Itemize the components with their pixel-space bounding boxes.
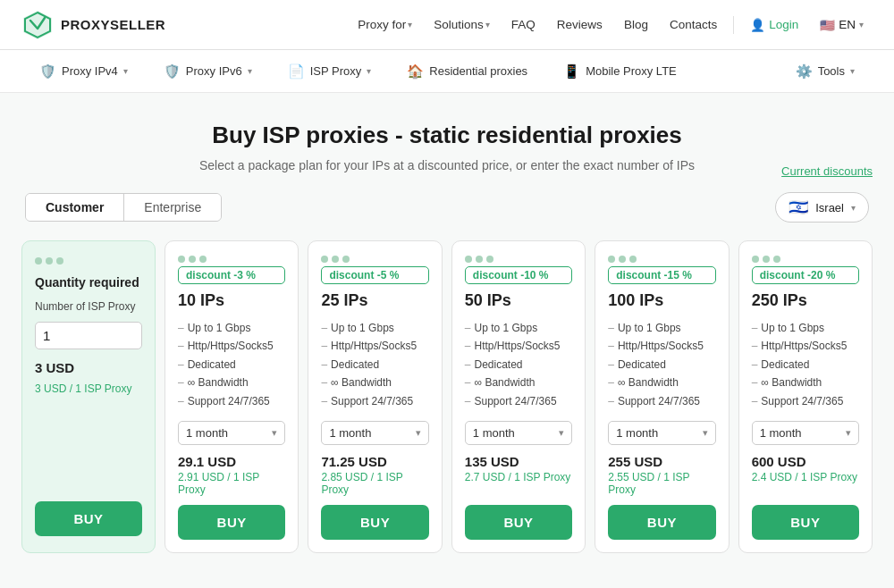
tabs-row: Customer Enterprise 🇮🇱 Israel ▾ xyxy=(21,192,873,223)
country-selector[interactable]: 🇮🇱 Israel ▾ xyxy=(775,192,869,223)
chevron-down-icon: ▾ xyxy=(703,427,708,439)
feature-item: ∞ Bandwidth xyxy=(178,374,285,391)
header: PROXYSELLER Proxy for ▾ Solutions ▾ FAQ … xyxy=(0,0,894,50)
package-card-4: discount -20 % 250 IPs Up to 1 GbpsHttp/… xyxy=(738,240,873,553)
subnav-residential[interactable]: 🏠 Residential proxies xyxy=(389,50,545,92)
current-discounts-link[interactable]: Current discounts xyxy=(781,164,873,178)
nav-solutions[interactable]: Solutions ▾ xyxy=(425,11,499,38)
header-nav: Proxy for ▾ Solutions ▾ FAQ Reviews Blog… xyxy=(349,11,873,39)
document-icon: 📄 xyxy=(288,63,305,80)
package-ips: 25 IPs xyxy=(321,291,428,310)
feature-item: Dedicated xyxy=(321,356,428,374)
package-per-price: 2.85 USD / 1 ISP Proxy xyxy=(321,471,428,496)
discount-badge: discount -5 % xyxy=(321,266,428,284)
subnav-proxy-ipv6[interactable]: 🛡️ Proxy IPv6 ▾ xyxy=(146,50,270,92)
main-content: Buy ISP proxies - static residential pro… xyxy=(0,93,894,588)
chevron-down-icon: ▾ xyxy=(248,66,252,76)
nav-language[interactable]: 🇺🇸 EN ▾ xyxy=(811,13,873,38)
card-dots xyxy=(752,256,859,263)
feature-item: Http/Https/Socks5 xyxy=(752,337,859,355)
period-label: 1 month xyxy=(473,426,515,440)
nav-contacts[interactable]: Contacts xyxy=(661,11,726,38)
discount-badge: discount -10 % xyxy=(465,266,572,284)
chevron-down-icon: ▾ xyxy=(485,20,490,29)
quantity-card: Quantity required Number of ISP Proxy 3 … xyxy=(21,240,156,553)
package-ips: 10 IPs xyxy=(178,291,285,310)
period-selector[interactable]: 1 month ▾ xyxy=(608,421,715,445)
quantity-label: Quantity required xyxy=(35,275,142,290)
period-label: 1 month xyxy=(616,426,658,440)
package-total: 71.25 USD xyxy=(321,454,428,469)
subnav-proxy-ipv4[interactable]: 🛡️ Proxy IPv4 ▾ xyxy=(21,50,146,92)
chevron-down-icon: ▾ xyxy=(123,66,128,76)
feature-item: Up to 1 Gbps xyxy=(608,319,715,337)
package-cards: discount -3 % 10 IPs Up to 1 GbpsHttp/Ht… xyxy=(164,240,873,553)
package-buy-button[interactable]: BUY xyxy=(178,505,285,540)
period-selector[interactable]: 1 month ▾ xyxy=(465,421,572,445)
subnav-mobile-lte[interactable]: 📱 Mobile Proxy LTE xyxy=(545,50,695,92)
period-selector[interactable]: 1 month ▾ xyxy=(752,421,859,445)
package-per-price: 2.7 USD / 1 ISP Proxy xyxy=(465,471,572,483)
page-subtitle: Select a package plan for your IPs at a … xyxy=(199,158,695,172)
chevron-down-icon: ▾ xyxy=(416,427,421,439)
tools-icon: ⚙️ xyxy=(796,63,813,80)
feature-item: Http/Https/Socks5 xyxy=(608,337,715,355)
subnav-isp-proxy[interactable]: 📄 ISP Proxy ▾ xyxy=(270,50,390,92)
logo[interactable]: PROXYSELLER xyxy=(21,9,165,41)
feature-item: Dedicated xyxy=(178,356,285,374)
package-buy-button[interactable]: BUY xyxy=(465,505,572,540)
chevron-down-icon: ▾ xyxy=(850,66,855,76)
country-label: Israel xyxy=(815,201,844,214)
period-label: 1 month xyxy=(760,426,802,440)
chevron-down-icon: ▾ xyxy=(859,20,864,29)
cards-row: Quantity required Number of ISP Proxy 3 … xyxy=(21,240,873,553)
logo-icon xyxy=(21,9,54,41)
quantity-price: 3 USD xyxy=(35,360,142,375)
feature-item: Http/Https/Socks5 xyxy=(465,337,572,355)
quantity-sublabel: Number of ISP Proxy xyxy=(35,300,142,313)
quantity-buy-button[interactable]: BUY xyxy=(35,501,142,536)
chevron-down-icon: ▾ xyxy=(408,20,412,29)
package-total: 135 USD xyxy=(465,454,572,469)
nav-blog[interactable]: Blog xyxy=(615,11,657,38)
feature-item: Up to 1 Gbps xyxy=(178,319,285,337)
feature-item: Support 24/7/365 xyxy=(608,392,715,410)
feature-item: Up to 1 Gbps xyxy=(752,319,859,337)
package-buy-button[interactable]: BUY xyxy=(752,505,859,540)
logo-text: PROXYSELLER xyxy=(61,17,165,32)
chevron-down-icon: ▾ xyxy=(846,427,851,439)
tab-enterprise[interactable]: Enterprise xyxy=(124,194,221,221)
package-per-price: 2.91 USD / 1 ISP Proxy xyxy=(178,471,285,496)
feature-item: ∞ Bandwidth xyxy=(321,374,428,391)
feature-item: Http/Https/Socks5 xyxy=(178,337,285,355)
period-label: 1 month xyxy=(186,426,228,440)
nav-proxy-for[interactable]: Proxy for ▾ xyxy=(349,11,421,38)
package-per-price: 2.55 USD / 1 ISP Proxy xyxy=(608,471,715,496)
package-features: Up to 1 GbpsHttp/Https/Socks5Dedicated∞ … xyxy=(608,319,715,410)
shield-icon: 🛡️ xyxy=(39,63,56,80)
feature-item: Up to 1 Gbps xyxy=(321,319,428,337)
card-dots xyxy=(178,256,285,263)
package-card-3: discount -15 % 100 IPs Up to 1 GbpsHttp/… xyxy=(595,240,729,553)
nav-login[interactable]: 👤 Login xyxy=(741,11,807,39)
period-label: 1 month xyxy=(329,426,371,440)
period-selector[interactable]: 1 month ▾ xyxy=(178,421,285,445)
card-dots xyxy=(321,256,428,263)
package-features: Up to 1 GbpsHttp/Https/Socks5Dedicated∞ … xyxy=(321,319,428,410)
subnav-tools[interactable]: ⚙️ Tools ▾ xyxy=(778,50,873,92)
period-selector[interactable]: 1 month ▾ xyxy=(321,421,428,445)
feature-item: Support 24/7/365 xyxy=(178,392,285,410)
package-buy-button[interactable]: BUY xyxy=(321,505,428,540)
dot-1 xyxy=(35,257,42,265)
package-card-1: discount -5 % 25 IPs Up to 1 GbpsHttp/Ht… xyxy=(308,240,442,553)
nav-faq[interactable]: FAQ xyxy=(502,11,544,38)
shield-icon: 🛡️ xyxy=(164,63,181,80)
dot-2 xyxy=(46,257,53,265)
person-icon: 👤 xyxy=(750,18,765,32)
feature-item: Support 24/7/365 xyxy=(465,392,572,410)
package-buy-button[interactable]: BUY xyxy=(608,505,715,540)
quantity-input[interactable] xyxy=(35,322,142,349)
tab-customer[interactable]: Customer xyxy=(26,194,124,221)
package-total: 255 USD xyxy=(608,454,715,469)
nav-reviews[interactable]: Reviews xyxy=(548,11,611,38)
